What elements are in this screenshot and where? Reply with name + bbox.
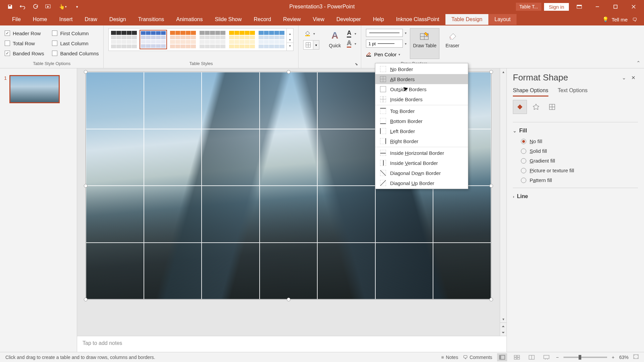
- checkbox-first-column[interactable]: First Column: [52, 28, 99, 38]
- vertical-scrollbar[interactable]: ▴ ▾ ⏶ ⏷: [500, 68, 506, 336]
- menu-top-border[interactable]: Top Border: [375, 106, 468, 116]
- effects-tab-icon[interactable]: [529, 100, 543, 114]
- section-fill-header[interactable]: ⌄Fill: [513, 125, 638, 136]
- eraser-button[interactable]: Eraser: [443, 28, 462, 59]
- normal-view-icon[interactable]: [497, 353, 507, 361]
- sign-in-button[interactable]: Sign in: [544, 3, 569, 11]
- tab-developer[interactable]: Developer: [330, 14, 367, 25]
- scroll-down-icon[interactable]: ▾: [500, 316, 506, 322]
- minimize-icon[interactable]: [590, 0, 605, 13]
- selection-handle[interactable]: [489, 298, 493, 301]
- tab-help[interactable]: Help: [367, 14, 390, 25]
- pane-options-icon[interactable]: ⌄: [619, 73, 629, 82]
- table-style-thumb[interactable]: [169, 30, 197, 49]
- prev-slide-icon[interactable]: ⏶: [500, 322, 506, 329]
- close-icon[interactable]: [626, 0, 641, 13]
- selection-handle[interactable]: [84, 184, 88, 188]
- section-line-header[interactable]: ›Line: [513, 191, 638, 202]
- menu-inside-vertical[interactable]: Inside Vertical Border: [375, 158, 468, 168]
- borders-dropdown-arrow[interactable]: ▾: [313, 41, 319, 49]
- text-fill-button[interactable]: A▾: [347, 29, 356, 38]
- menu-inside-borders[interactable]: Inside Borders: [375, 94, 468, 104]
- zoom-slider[interactable]: [564, 357, 607, 358]
- checkbox-banded-columns[interactable]: Banded Columns: [52, 48, 99, 58]
- tab-design[interactable]: Design: [103, 14, 132, 25]
- tab-layout[interactable]: Layout: [488, 14, 517, 25]
- checkbox-total-row[interactable]: Total Row: [5, 38, 44, 48]
- radio-solid-fill[interactable]: Solid fill: [513, 146, 638, 156]
- notes-toggle[interactable]: ≡Notes: [441, 355, 458, 360]
- reading-view-icon[interactable]: [527, 353, 537, 361]
- scroll-up-icon[interactable]: ▴: [500, 68, 506, 75]
- comments-toggle[interactable]: 🗨Comments: [463, 355, 492, 360]
- zoom-out-icon[interactable]: −: [556, 355, 559, 360]
- tab-insert[interactable]: Insert: [53, 14, 78, 25]
- save-icon[interactable]: [7, 3, 13, 10]
- pen-style-dropdown[interactable]: [366, 29, 403, 37]
- quick-styles-button[interactable]: A Quick: [326, 28, 343, 50]
- fit-to-window-icon[interactable]: [633, 354, 639, 360]
- menu-inside-horizontal[interactable]: Inside Horizontal Border: [375, 148, 468, 158]
- radio-gradient-fill[interactable]: Gradient fill: [513, 156, 638, 166]
- menu-diagonal-down[interactable]: Diagonal Down Border: [375, 168, 468, 178]
- fill-line-tab-icon[interactable]: [513, 100, 527, 114]
- table-style-thumb[interactable]: [110, 30, 138, 49]
- menu-left-border[interactable]: Left Border: [375, 126, 468, 136]
- slide-sorter-view-icon[interactable]: [512, 353, 522, 361]
- wordart-dialog-launcher[interactable]: ⬊: [355, 62, 360, 67]
- menu-bottom-border[interactable]: Bottom Border: [375, 116, 468, 126]
- undo-icon[interactable]: [19, 3, 26, 10]
- slideshow-view-icon[interactable]: [541, 353, 551, 361]
- draw-table-button[interactable]: Draw Table: [410, 28, 439, 59]
- tab-record[interactable]: Record: [248, 14, 277, 25]
- pen-color-button[interactable]: Pen Color ▾: [366, 50, 407, 59]
- tab-animations[interactable]: Animations: [170, 14, 209, 25]
- table-style-thumb[interactable]: [140, 30, 167, 49]
- tab-slideshow[interactable]: Slide Show: [209, 14, 248, 25]
- ribbon-display-options-icon[interactable]: [572, 0, 587, 13]
- checkbox-last-column[interactable]: Last Column: [52, 38, 99, 48]
- share-icon[interactable]: 🗨: [632, 17, 637, 22]
- tab-text-options[interactable]: Text Options: [558, 87, 588, 97]
- tab-view[interactable]: View: [307, 14, 330, 25]
- tab-file[interactable]: File: [6, 14, 27, 25]
- zoom-in-icon[interactable]: +: [612, 355, 614, 360]
- tab-classpoint[interactable]: Inknoe ClassPoint: [390, 14, 445, 25]
- collapse-ribbon-icon[interactable]: ⌃: [636, 60, 641, 66]
- selection-handle[interactable]: [84, 298, 88, 301]
- tell-me-search[interactable]: 💡 Tell me: [602, 16, 628, 22]
- next-slide-icon[interactable]: ⏷: [500, 329, 506, 336]
- start-from-beginning-icon[interactable]: [45, 3, 52, 10]
- size-properties-tab-icon[interactable]: [545, 100, 559, 114]
- menu-no-border[interactable]: No Border: [375, 64, 468, 74]
- radio-pattern-fill[interactable]: Pattern fill: [513, 175, 638, 185]
- menu-right-border[interactable]: Right Border: [375, 136, 468, 146]
- tab-review[interactable]: Review: [277, 14, 307, 25]
- notes-pane[interactable]: Tap to add notes: [77, 336, 506, 352]
- tab-table-design[interactable]: Table Design: [445, 14, 489, 25]
- table-style-thumb[interactable]: [258, 30, 285, 49]
- borders-button[interactable]: ▾: [303, 40, 319, 50]
- checkbox-banded-rows[interactable]: Banded Rows: [5, 48, 44, 58]
- menu-outside-borders[interactable]: Outside Borders: [375, 84, 468, 94]
- pane-close-icon[interactable]: ✕: [629, 73, 638, 82]
- table-styles-more[interactable]: ▴ ▾ ▾: [286, 28, 293, 51]
- radio-no-fill[interactable]: No fill: [513, 136, 638, 146]
- tab-shape-options[interactable]: Shape Options: [513, 87, 548, 97]
- table-style-thumb[interactable]: [199, 30, 226, 49]
- table-style-thumb[interactable]: [228, 30, 256, 49]
- selection-handle[interactable]: [287, 298, 290, 301]
- selection-handle[interactable]: [489, 70, 493, 74]
- tab-transitions[interactable]: Transitions: [132, 14, 170, 25]
- menu-diagonal-up[interactable]: Diagonal Up Border: [375, 178, 468, 188]
- text-outline-button[interactable]: A▾: [347, 40, 356, 48]
- touch-mode-icon[interactable]: 👆▾: [58, 3, 68, 10]
- checkbox-header-row[interactable]: Header Row: [5, 28, 44, 38]
- zoom-level[interactable]: 63%: [619, 355, 629, 360]
- slide-thumbnail-1[interactable]: 1: [4, 75, 73, 103]
- selection-handle[interactable]: [287, 70, 290, 74]
- menu-all-borders[interactable]: All Borders: [375, 74, 468, 84]
- radio-picture-fill[interactable]: Picture or texture fill: [513, 166, 638, 175]
- pen-weight-dropdown[interactable]: 1 pt: [366, 40, 403, 48]
- tab-draw[interactable]: Draw: [78, 14, 103, 25]
